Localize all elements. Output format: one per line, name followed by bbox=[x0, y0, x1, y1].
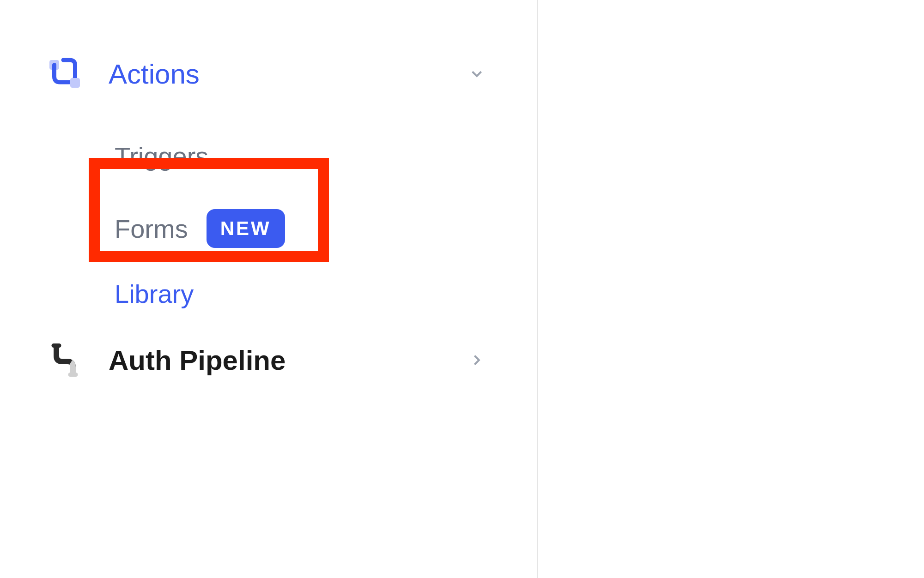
sidebar-item-triggers-label: Triggers bbox=[115, 141, 208, 171]
actions-icon bbox=[46, 55, 83, 92]
auth-pipeline-icon bbox=[46, 342, 83, 379]
chevron-down-icon bbox=[468, 65, 486, 83]
sidebar: Actions Triggers Forms NEW Library bbox=[0, 0, 538, 578]
sidebar-item-forms[interactable]: Forms NEW bbox=[0, 193, 537, 265]
sidebar-section-auth-pipeline-label: Auth Pipeline bbox=[109, 344, 468, 376]
sidebar-item-library[interactable]: Library bbox=[0, 262, 537, 325]
chevron-right-icon bbox=[468, 351, 486, 369]
sidebar-section-auth-pipeline[interactable]: Auth Pipeline bbox=[0, 332, 537, 388]
sidebar-item-library-label: Library bbox=[115, 279, 194, 309]
new-badge: NEW bbox=[207, 209, 285, 248]
svg-rect-1 bbox=[70, 78, 80, 88]
sidebar-item-forms-label: Forms bbox=[115, 214, 188, 244]
sidebar-section-actions-label: Actions bbox=[109, 58, 468, 90]
sidebar-section-actions[interactable]: Actions bbox=[0, 46, 537, 102]
sidebar-item-triggers[interactable]: Triggers bbox=[0, 125, 537, 188]
